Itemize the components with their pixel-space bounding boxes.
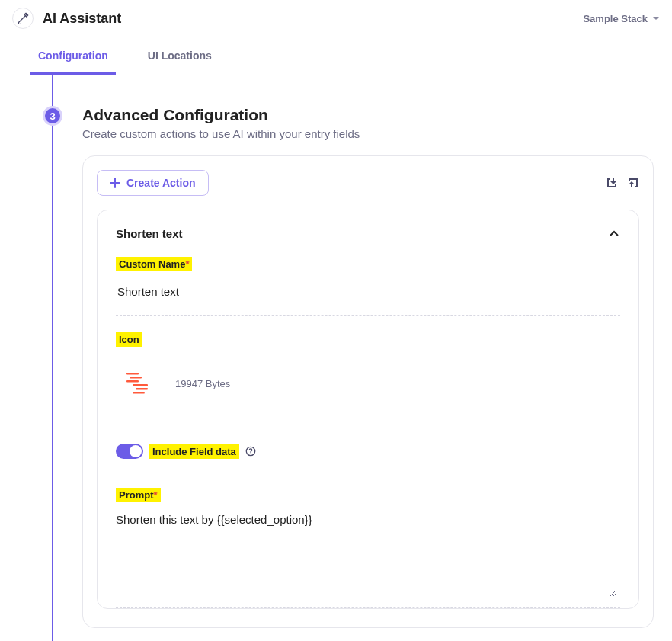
label-include-field-data: Include Field data	[149, 444, 239, 459]
svg-rect-2	[126, 380, 139, 383]
page-title: AI Assistant	[43, 11, 121, 27]
step-timeline	[52, 75, 53, 641]
step-number-badge: 3	[43, 106, 62, 126]
tab-configuration[interactable]: Configuration	[30, 37, 116, 75]
svg-rect-5	[133, 392, 145, 394]
svg-rect-4	[136, 388, 148, 390]
divider	[116, 607, 620, 608]
svg-rect-1	[130, 377, 142, 379]
custom-name-input[interactable]: Shorten text	[116, 271, 620, 315]
chevron-up-icon[interactable]	[608, 228, 620, 240]
tab-ui-locations[interactable]: UI Locations	[140, 37, 219, 75]
section-title: Advanced Configuration	[82, 106, 654, 124]
actions-card: Create Action Shorten text	[82, 155, 654, 628]
import-icon[interactable]	[606, 177, 618, 189]
svg-point-7	[250, 454, 251, 454]
label-custom-name: Custom Name*	[116, 257, 192, 271]
plus-icon	[110, 178, 120, 188]
include-field-data-toggle[interactable]	[116, 444, 143, 459]
create-action-button[interactable]: Create Action	[97, 170, 209, 196]
stack-selector-label: Sample Stack	[583, 13, 648, 24]
prompt-textarea[interactable]: Shorten this text by {{selected_option}}	[116, 513, 620, 589]
label-prompt: Prompt*	[116, 488, 161, 502]
help-icon[interactable]	[245, 446, 256, 457]
export-icon[interactable]	[627, 177, 639, 189]
action-item: Shorten text Custom Name* Shorten text	[97, 210, 639, 609]
svg-rect-0	[126, 373, 139, 375]
label-icon: Icon	[116, 332, 142, 347]
caret-down-icon	[652, 14, 660, 22]
action-icon-preview[interactable]	[116, 361, 162, 406]
action-item-title: Shorten text	[116, 227, 183, 240]
create-action-label: Create Action	[126, 177, 196, 189]
stack-selector[interactable]: Sample Stack	[583, 13, 660, 24]
section-description: Create custom actions to use AI within y…	[82, 127, 654, 140]
svg-rect-3	[133, 384, 148, 386]
resize-handle-icon[interactable]	[116, 589, 620, 601]
icon-file-size: 19947 Bytes	[175, 378, 230, 389]
app-logo-icon	[12, 8, 34, 29]
